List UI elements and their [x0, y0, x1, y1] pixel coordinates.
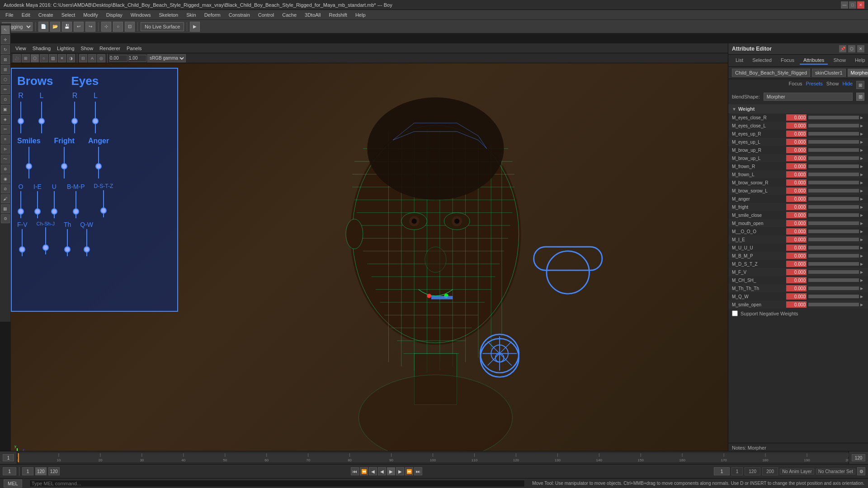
vp-camera-btn[interactable]: 🎥	[13, 54, 21, 62]
weight-slider[interactable]	[808, 221, 859, 225]
weight-slider[interactable]	[808, 181, 859, 184]
vp-lighting-menu[interactable]: Lighting	[54, 45, 77, 52]
weight-value-input[interactable]	[786, 293, 807, 300]
weight-value-input[interactable]	[786, 179, 807, 186]
weight-slider[interactable]	[808, 164, 859, 168]
weight-value-input[interactable]	[786, 139, 807, 145]
weight-value-input[interactable]	[786, 212, 807, 218]
weight-slider[interactable]	[808, 262, 859, 266]
menu-cache[interactable]: Cache	[278, 11, 300, 19]
next-key-btn[interactable]: ▶	[396, 467, 404, 475]
vp-texture-btn[interactable]: ▨	[49, 54, 57, 62]
menu-help[interactable]: Help	[352, 11, 369, 19]
play-btn[interactable]: ▶	[387, 467, 395, 475]
weight-slider[interactable]	[808, 278, 859, 282]
weight-slider[interactable]	[808, 124, 859, 127]
weight-value-input[interactable]	[786, 155, 807, 161]
menu-create[interactable]: Create	[35, 11, 57, 19]
vp-renderer-menu[interactable]: Renderer	[97, 45, 123, 52]
weight-value-input[interactable]	[786, 131, 807, 137]
weight-value-input[interactable]	[786, 163, 807, 169]
undo-btn[interactable]: ↩	[74, 22, 84, 32]
range-start-input[interactable]	[22, 467, 33, 475]
weight-slider[interactable]	[808, 189, 859, 192]
weight-slider[interactable]	[808, 246, 859, 249]
vp-smooth-btn[interactable]: ○	[40, 54, 48, 62]
weight-slider[interactable]	[808, 205, 859, 209]
blend-expand-btn[interactable]: ⊞	[856, 93, 864, 101]
tab-focus[interactable]: Focus	[777, 56, 798, 65]
max-end-field[interactable]	[762, 467, 778, 475]
char-set-icon[interactable]: ⚙	[857, 467, 865, 475]
save-btn[interactable]: 💾	[62, 22, 72, 32]
vp-aa-btn[interactable]: A	[88, 54, 96, 62]
weight-value-input[interactable]	[786, 253, 807, 259]
weight-value-input[interactable]	[786, 301, 807, 308]
new-btn[interactable]: 📄	[38, 22, 48, 32]
node-skin-cluster[interactable]: skinCluster1	[812, 69, 846, 77]
current-frame-field[interactable]	[714, 467, 730, 475]
close-button[interactable]: ✕	[857, 1, 864, 9]
jump-start-btn[interactable]: ⏮	[351, 467, 359, 475]
menu-control[interactable]: Control	[255, 11, 278, 19]
weight-value-input[interactable]	[786, 114, 807, 121]
attr-expand-btn[interactable]: ⬡	[848, 45, 855, 52]
menu-edit[interactable]: Edit	[18, 11, 34, 19]
viewport-3d[interactable]: Brows R L	[11, 63, 728, 465]
float-field-2[interactable]	[128, 55, 146, 62]
weight-value-input[interactable]	[786, 236, 807, 243]
vp-light-btn[interactable]: ☀	[58, 54, 66, 62]
paint-tool[interactable]: ⊡	[125, 22, 135, 32]
tab-selected[interactable]: Selected	[749, 56, 775, 65]
weight-slider[interactable]	[808, 132, 859, 136]
weight-slider[interactable]	[808, 173, 859, 176]
timeline-frame-input[interactable]	[3, 454, 14, 461]
weight-slider[interactable]	[808, 148, 859, 152]
attr-close-btn[interactable]: ✕	[857, 45, 864, 52]
presets-btn[interactable]: Presets	[806, 81, 823, 89]
weight-value-input[interactable]	[786, 196, 807, 202]
mel-input[interactable]	[29, 480, 525, 487]
menu-select[interactable]: Select	[58, 11, 79, 19]
weight-slider[interactable]	[808, 270, 859, 274]
tab-show[interactable]: Show	[830, 56, 849, 65]
weight-slider[interactable]	[808, 286, 859, 290]
menu-constrain[interactable]: Constrain	[225, 11, 254, 19]
vp-motion-blur-btn[interactable]: ◎	[97, 54, 105, 62]
weight-slider[interactable]	[808, 230, 859, 233]
weight-slider[interactable]	[808, 213, 859, 217]
weight-slider[interactable]	[808, 197, 859, 201]
menu-deform[interactable]: Deform	[201, 11, 224, 19]
play-back-btn[interactable]: ◀	[378, 467, 386, 475]
menu-redshift[interactable]: Redshift	[326, 11, 351, 19]
vp-panels-menu[interactable]: Panels	[124, 45, 145, 52]
vp-resolution-btn[interactable]: ⊟	[79, 54, 87, 62]
script-mode-btn[interactable]: MEL	[4, 479, 22, 488]
menu-skin[interactable]: Skin	[183, 11, 199, 19]
render-btn[interactable]: ▶	[190, 22, 200, 32]
expand-attr-btn[interactable]: ⊞	[856, 81, 864, 89]
weight-value-input[interactable]	[786, 277, 807, 283]
next-frame-btn[interactable]: ⏩	[405, 467, 413, 475]
gamma-dropdown[interactable]: sRGB gamma	[147, 54, 186, 62]
support-neg-checkbox[interactable]	[732, 310, 738, 316]
weight-slider[interactable]	[808, 303, 859, 306]
minimize-button[interactable]: —	[841, 1, 848, 9]
start-field[interactable]	[731, 467, 743, 475]
weight-value-input[interactable]	[786, 147, 807, 153]
menu-3dtall[interactable]: 3DtoAll	[301, 11, 324, 19]
vp-show-menu[interactable]: Show	[78, 45, 96, 52]
menu-skeleton[interactable]: Skeleton	[155, 11, 182, 19]
timeline-end-input[interactable]	[852, 454, 865, 461]
menu-modify[interactable]: Modify	[80, 11, 101, 19]
menu-windows[interactable]: Windows	[127, 11, 155, 19]
weight-value-input[interactable]	[786, 204, 807, 210]
menu-display[interactable]: Display	[103, 11, 126, 19]
weight-value-input[interactable]	[786, 261, 807, 267]
maximize-button[interactable]: □	[849, 1, 856, 9]
menu-file[interactable]: File	[2, 11, 17, 19]
weight-value-input[interactable]	[786, 244, 807, 251]
weight-value-input[interactable]	[786, 269, 807, 275]
tab-help[interactable]: Help	[851, 56, 868, 65]
tool-select[interactable]: ↖	[1, 25, 10, 34]
